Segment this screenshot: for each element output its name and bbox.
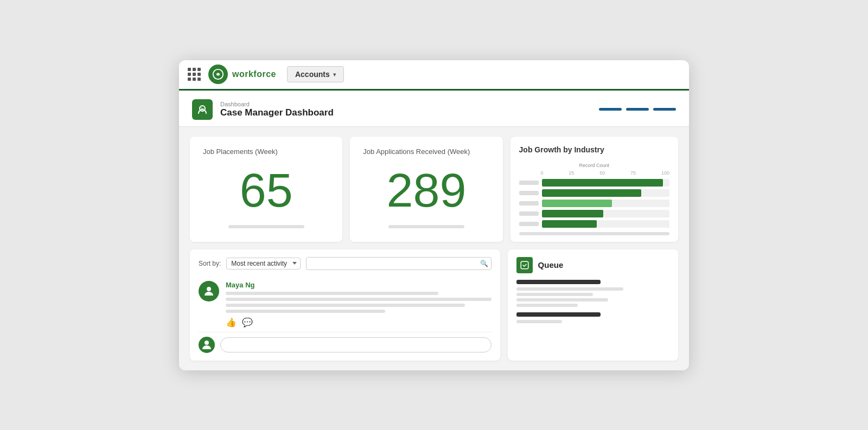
action-button-1[interactable] [599,108,622,111]
bar-row-3 [519,200,669,207]
axis-50: 50 [599,170,605,176]
queue-header: Queue [516,257,669,273]
svg-point-3 [205,341,209,345]
bar-track-5 [542,220,669,228]
queue-icon [516,257,533,273]
bar-label-1 [519,181,539,185]
bar-row-5 [519,220,669,228]
sort-bar: Sort by: Most recent activity 🔍 [199,257,492,270]
job-placements-card: Job Placements (Week) 65 [190,137,342,242]
logo-icon [208,65,228,84]
bar-fill-1 [542,179,663,187]
svg-rect-4 [521,261,528,269]
action-button-3[interactable] [653,108,676,111]
dashboard-actions [599,108,676,111]
queue-item-line-1 [516,287,624,291]
chart-footer [519,232,669,235]
job-applications-title: Job Applications Received (Week) [363,147,489,156]
axis-0: 0 [541,170,544,176]
queue-item-line-4 [516,304,578,307]
job-placements-title: Job Placements (Week) [203,147,329,156]
bar-label-3 [519,201,539,206]
queue-item-title-1 [516,280,601,284]
bar-row-4 [519,210,669,217]
sort-select[interactable]: Most recent activity [226,258,301,269]
bar-fill-5 [542,220,597,228]
feed-line-1 [226,292,438,295]
bar-label-4 [519,211,539,216]
dashboard-icon [192,99,213,120]
search-input[interactable] [306,257,491,270]
dashboard-header: Dashboard Case Manager Dashboard [179,91,689,127]
svg-point-2 [207,287,211,291]
bar-track-1 [542,179,669,187]
page-title: Case Manager Dashboard [220,107,334,118]
bar-track-3 [542,200,669,207]
search-wrapper: 🔍 [306,257,491,270]
job-growth-chart-card: Job Growth by Industry Record Count 0 25… [510,137,678,242]
comment-input[interactable] [220,337,492,352]
accounts-label: Accounts [295,70,330,79]
sort-label: Sort by: [199,260,221,267]
bar-row-2 [519,189,669,197]
feed-line-4 [226,310,385,313]
bar-row-1 [519,179,669,187]
dashboard-title-group: Dashboard Case Manager Dashboard [192,99,334,120]
queue-item-title-2 [516,312,601,317]
bar-fill-2 [542,189,642,197]
feed-actions: 👍 💬 [226,317,492,328]
breadcrumb: Dashboard [220,101,334,107]
comment-row [199,337,492,353]
browser-window: workforce Accounts ▾ Dashboard Case Mana… [179,60,689,370]
feed-line-2 [226,298,492,301]
bar-label-5 [519,222,539,226]
queue-title: Queue [538,260,564,269]
top-row: Job Placements (Week) 65 Job Application… [190,137,678,242]
action-button-2[interactable] [626,108,649,111]
comment-avatar [199,337,215,353]
queue-item-line-5 [516,320,563,323]
top-nav: workforce Accounts ▾ [179,60,689,91]
job-applications-value: 289 [363,166,489,214]
feed-item: Maya Ng 👍 💬 [199,277,492,332]
axis-25: 25 [569,170,574,176]
feed-line-3 [226,304,465,307]
logo-container: workforce [208,65,276,84]
bar-fill-4 [542,210,603,217]
job-placements-value: 65 [203,166,329,214]
logo-text: workforce [232,69,276,79]
feed-card: Sort by: Most recent activity 🔍 [190,249,500,361]
chevron-down-icon: ▾ [333,72,336,78]
search-icon[interactable]: 🔍 [480,260,488,267]
axis-100: 100 [661,170,669,176]
axis-75: 75 [630,170,636,176]
feed-user-name[interactable]: Maya Ng [226,281,492,289]
bottom-row: Sort by: Most recent activity 🔍 [190,249,678,361]
bar-label-2 [519,191,539,195]
dashboard-title-text: Dashboard Case Manager Dashboard [220,101,334,118]
queue-item-1 [516,280,669,307]
bar-track-4 [542,210,669,217]
avatar [199,281,219,301]
accounts-button[interactable]: Accounts ▾ [287,66,344,82]
chart-axis: 0 25 50 75 100 [519,170,669,176]
bar-fill-3 [542,200,612,207]
like-icon[interactable]: 👍 [226,317,237,328]
grid-menu-icon[interactable] [188,68,201,81]
job-applications-card: Job Applications Received (Week) 289 [350,137,502,242]
job-applications-footer [388,225,464,228]
bar-track-2 [542,189,669,197]
chart-title: Job Growth by Industry [519,145,669,154]
comment-icon[interactable]: 💬 [242,317,253,328]
queue-item-2 [516,312,669,323]
queue-card: Queue [508,249,678,361]
queue-item-line-3 [516,298,608,301]
chart-area: Record Count 0 25 50 75 100 [519,158,669,228]
main-content: Job Placements (Week) 65 Job Application… [179,127,689,370]
feed-content: Maya Ng 👍 💬 [226,281,492,328]
job-placements-footer [228,225,304,228]
queue-item-line-2 [516,293,593,296]
chart-record-label: Record Count [519,163,669,168]
